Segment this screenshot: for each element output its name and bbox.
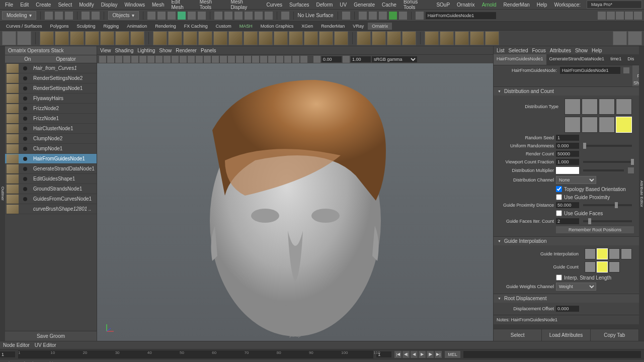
vp-smoothwire-icon[interactable] [268, 56, 275, 63]
vp-wireframe-icon[interactable] [196, 56, 203, 63]
operator-toggle[interactable] [20, 76, 30, 80]
ox-push-icon[interactable] [319, 31, 333, 45]
operator-row[interactable]: HairFromGuidesNode1 [5, 154, 97, 164]
ae-load-button[interactable]: Load Attributes [542, 329, 590, 341]
disp-offset-field[interactable] [556, 306, 579, 312]
vp-2dpan-icon[interactable] [131, 56, 138, 63]
vp-gamma-icon[interactable] [343, 56, 350, 63]
guide-faces-checkbox[interactable] [556, 210, 562, 216]
guide-faces-iter-field[interactable] [556, 218, 579, 224]
ae-tab-time1[interactable]: time1 [607, 54, 624, 65]
section-root-disp[interactable]: Root Displacement [494, 294, 639, 303]
ox-dynamics-icon[interactable] [387, 31, 401, 45]
shelf-list-icon[interactable] [613, 31, 627, 45]
redo-icon[interactable] [92, 12, 100, 20]
operator-toggle[interactable] [20, 177, 30, 181]
ae-select-button[interactable]: Select [494, 329, 542, 341]
node-name-field[interactable] [560, 67, 620, 74]
vp-textured-icon[interactable] [212, 56, 219, 63]
bottom-tab-uveditor[interactable]: UV Editor [35, 342, 56, 348]
ae-tab-hairfromguides[interactable]: HairFromGuidesNode1 [494, 54, 546, 65]
timeline-reverse-icon[interactable]: ◀ [411, 351, 418, 358]
vp-xrayjoints-icon[interactable] [252, 56, 259, 63]
selected-node-field[interactable] [426, 12, 496, 19]
snap-point-icon[interactable] [234, 12, 243, 20]
operator-toggle[interactable] [20, 107, 30, 111]
ox-detail-icon[interactable] [289, 31, 303, 45]
ae-menu-attributes[interactable]: Attributes [550, 48, 571, 53]
dist-swatch-3[interactable] [599, 99, 615, 115]
operator-row[interactable]: curveBrushShape12801 .. [5, 204, 97, 214]
outliner-vtab[interactable]: Outliner [0, 46, 5, 341]
menu-help[interactable]: Help [534, 1, 550, 9]
menu-editmesh[interactable]: Edit Mesh [168, 0, 195, 11]
scale-icon[interactable] [198, 12, 206, 20]
operator-toggle[interactable] [20, 66, 30, 70]
command-line[interactable] [463, 351, 641, 358]
ox-normals-icon[interactable] [455, 31, 469, 45]
operator-row[interactable]: GuidesFromCurvesNode1 [5, 194, 97, 204]
ox-length-icon[interactable] [183, 31, 197, 45]
timeline-stepback-icon[interactable]: ◀| [403, 351, 410, 358]
dist-swatch-6[interactable] [582, 117, 598, 133]
guide-prox-checkbox[interactable] [556, 194, 562, 200]
lasso-icon[interactable] [157, 12, 166, 20]
presets-button[interactable]: Presets [632, 72, 639, 79]
timeline-gotoend-icon[interactable]: ▶| [435, 351, 442, 358]
timeline-track[interactable]: 1102030405060708090100110 [18, 350, 373, 358]
shelf-tab-custom[interactable]: Custom [212, 23, 235, 30]
bottom-tab-nodeeditor[interactable]: Node Editor [3, 342, 30, 348]
menu-windows[interactable]: Windows [121, 1, 148, 9]
render-icon[interactable] [359, 12, 367, 20]
shelf-options2-icon[interactable] [17, 31, 31, 45]
ae-menu-selected[interactable]: Selected [509, 48, 528, 53]
guide-prox-dist-field[interactable] [556, 202, 579, 208]
selection-mode-dropdown[interactable]: Objects▾ [108, 11, 139, 20]
focus-button[interactable]: Focus [632, 65, 639, 72]
shelf-tab-polygons[interactable]: Polygons [46, 23, 73, 30]
operator-row[interactable]: ClumpNode2 [5, 134, 97, 144]
guide-faces-iter-slider[interactable] [583, 220, 632, 222]
shelf-tab-curves[interactable]: Curves / Surfaces [2, 23, 46, 30]
menu-modify[interactable]: Modify [76, 1, 97, 9]
ox-editguides-icon[interactable] [100, 31, 114, 45]
snap-grid-icon[interactable] [214, 12, 222, 20]
operator-row[interactable]: RenderSettingsNode2 [5, 73, 97, 83]
hypershade-icon[interactable] [389, 12, 397, 20]
menu-soup[interactable]: SOuP [433, 1, 453, 9]
gi-swatch-4[interactable] [621, 248, 632, 259]
ox-mesh-icon[interactable] [357, 31, 371, 45]
dist-swatch-5[interactable] [565, 117, 581, 133]
menu-arnold[interactable]: Arnold [479, 1, 500, 9]
ox-multiplier-icon[interactable] [198, 31, 212, 45]
vp-select-camera-icon[interactable] [99, 56, 106, 63]
ae-tab-dis[interactable]: Dis [624, 54, 637, 65]
vp-exposure-field[interactable] [321, 56, 342, 62]
operator-toggle[interactable] [20, 86, 30, 90]
ae-copytab-button[interactable]: Copy Tab [591, 329, 639, 341]
menu-renderman[interactable]: RenderMan [501, 1, 533, 9]
ox-frizz-icon[interactable] [168, 31, 182, 45]
shelf-tab-mash[interactable]: MASH [235, 23, 257, 30]
operator-row[interactable]: GenerateStrandDataNode1 [5, 164, 97, 174]
snap-curve-icon[interactable] [224, 12, 232, 20]
menu-uv[interactable]: UV [337, 1, 350, 9]
vp-menu-lighting[interactable]: Lighting [137, 48, 155, 53]
operator-row[interactable]: ClumpNode1 [5, 144, 97, 154]
menu-file[interactable]: File [2, 1, 16, 9]
vp-backface-icon[interactable] [260, 56, 267, 63]
guide-weights-dropdown[interactable]: Weight [556, 283, 596, 291]
operator-toggle[interactable] [20, 187, 30, 191]
save-scene-icon[interactable] [65, 12, 73, 20]
snap-center-icon[interactable] [245, 12, 253, 20]
vp-grease-icon[interactable] [139, 56, 146, 63]
open-scene-icon[interactable] [55, 12, 63, 20]
paint-icon[interactable] [168, 12, 176, 20]
remember-button[interactable]: Remember Root Positions [556, 226, 634, 233]
interp-len-checkbox[interactable] [556, 275, 562, 281]
vp-safeaction-icon[interactable] [180, 56, 187, 63]
shelf-tab-ornatrix[interactable]: Ornatrix [368, 23, 392, 30]
operator-row[interactable]: GroundStrandsNode1 [5, 184, 97, 194]
dist-swatch-8[interactable] [616, 117, 632, 133]
operator-row[interactable]: FrizzNode1 [5, 114, 97, 124]
